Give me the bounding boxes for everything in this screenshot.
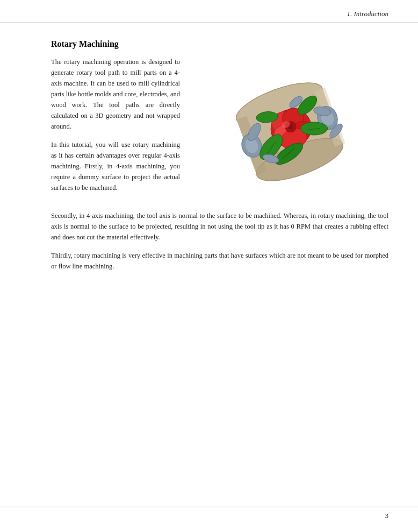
paragraph-4: Thirdly, rotary machining is very effect… bbox=[51, 250, 388, 272]
paragraph-1: The rotary machining operation is design… bbox=[51, 56, 180, 132]
intro-section: The rotary machining operation is design… bbox=[51, 56, 388, 207]
intro-text-column: The rotary machining operation is design… bbox=[51, 56, 180, 207]
paragraph-2: In this tutorial, you will use rotary ma… bbox=[51, 139, 180, 193]
chapter-title: 1. Introduction bbox=[347, 10, 388, 18]
page-content: Rotary Machining The rotary machining op… bbox=[0, 23, 418, 301]
rotary-cylinder-image bbox=[204, 56, 376, 207]
page-header: 1. Introduction bbox=[0, 0, 418, 23]
section-heading: Rotary Machining bbox=[51, 39, 388, 49]
paragraph-3: Secondly, in 4-axis machining, the tool … bbox=[51, 210, 388, 243]
document-page: 1. Introduction Rotary Machining The rot… bbox=[0, 0, 418, 532]
full-width-paragraphs: Secondly, in 4-axis machining, the tool … bbox=[51, 210, 388, 272]
page-number: 3 bbox=[385, 512, 389, 520]
svg-point-22 bbox=[301, 122, 328, 135]
page-footer: 3 bbox=[0, 507, 418, 520]
intro-image-column bbox=[191, 56, 388, 207]
